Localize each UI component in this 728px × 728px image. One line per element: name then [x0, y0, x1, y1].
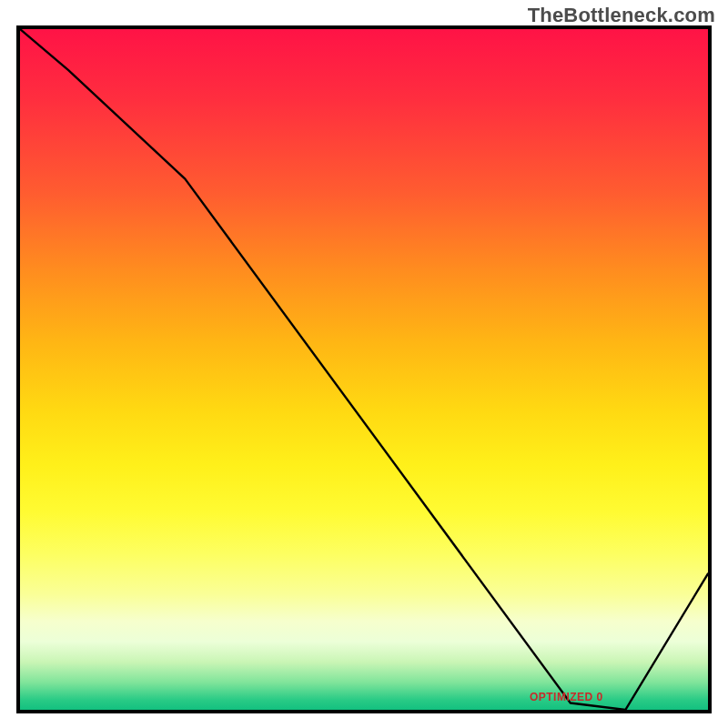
bottleneck-curve-line [20, 29, 708, 710]
optimized-annotation: OPTIMIZED 0 [530, 691, 603, 703]
watermark-text: TheBottleneck.com [528, 4, 715, 27]
plot-frame: OPTIMIZED 0 [16, 25, 712, 713]
curve-svg [20, 29, 708, 710]
chart-container: TheBottleneck.com OPTIMIZED 0 [0, 0, 728, 728]
